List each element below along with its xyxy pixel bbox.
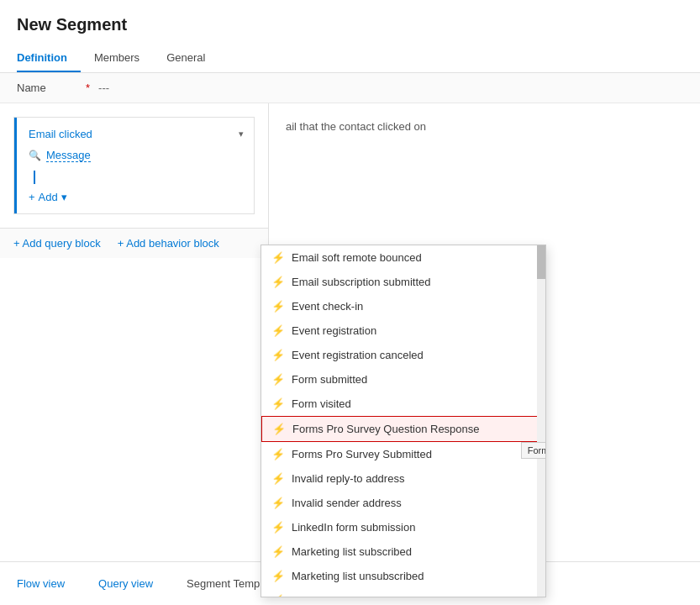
- tab-definition[interactable]: Definition: [17, 45, 81, 72]
- list-item[interactable]: ⚡ Marketing list subscribed: [261, 539, 545, 564]
- item-label: Event registration: [292, 324, 376, 337]
- bolt-icon: ⚡: [271, 397, 285, 410]
- list-item[interactable]: ⚡ Marketing list unsubscribed: [261, 564, 545, 588]
- bolt-icon: ⚡: [271, 570, 285, 582]
- name-value[interactable]: ---: [98, 82, 109, 94]
- dropdown-menu: ⚡ Email soft remote bounced ⚡ Email subs…: [261, 245, 546, 597]
- bolt-icon: ⚡: [271, 448, 285, 460]
- item-label: Email subscription submitted: [292, 276, 430, 288]
- required-indicator: *: [86, 82, 90, 94]
- page-title: New Segment: [17, 15, 683, 34]
- dropdown-list: ⚡ Email soft remote bounced ⚡ Email subs…: [261, 245, 545, 597]
- segment-block: Email clicked ▾ 🔍 Message + Add ▾: [13, 117, 255, 214]
- search-icon: 🔍: [29, 150, 41, 161]
- email-clicked-label[interactable]: Email clicked: [29, 128, 92, 140]
- bolt-icon: ⚡: [271, 276, 285, 288]
- item-label: Forms Pro Survey Question Response: [292, 423, 480, 435]
- list-item[interactable]: ⚡ Event registration canceled: [261, 343, 545, 367]
- add-query-block-button[interactable]: + Add query block: [13, 237, 101, 250]
- item-label: Email soft remote bounced: [292, 251, 422, 264]
- name-label: Name: [17, 82, 84, 94]
- bolt-icon: ⚡: [271, 251, 285, 264]
- tab-members[interactable]: Members: [94, 45, 153, 72]
- scrollbar-thumb[interactable]: [537, 245, 545, 279]
- item-label: Marketing list subscribed: [292, 545, 412, 558]
- add-label[interactable]: Add: [39, 191, 58, 203]
- bolt-icon: ⚡: [271, 349, 285, 361]
- item-label: Form visited: [292, 397, 351, 410]
- item-label: LinkedIn form submission: [292, 521, 415, 534]
- item-label: Out of email credits: [292, 594, 386, 597]
- item-label: Event registration canceled: [292, 349, 424, 361]
- add-behavior-block-button[interactable]: + Add behavior block: [118, 237, 219, 250]
- item-label: Invalid reply-to address: [292, 472, 404, 485]
- item-label: Forms Pro Survey Submitted: [292, 448, 432, 460]
- list-item[interactable]: ⚡ Email subscription submitted: [261, 270, 545, 294]
- scrollbar[interactable]: [537, 245, 545, 597]
- tab-bar: Definition Members General: [17, 45, 683, 72]
- right-panel-text: ail that the contact clicked on: [286, 120, 426, 133]
- list-item[interactable]: ⚡ Form visited: [261, 392, 545, 416]
- list-item[interactable]: ⚡ Out of email credits: [261, 588, 545, 597]
- bolt-icon: ⚡: [271, 472, 285, 485]
- forms-pro-survey-question-response-item[interactable]: ⚡ Forms Pro Survey Question Response: [261, 416, 545, 442]
- bolt-icon: ⚡: [271, 324, 285, 337]
- add-button-row[interactable]: + Add ▾: [29, 191, 244, 203]
- query-view-link[interactable]: Query view: [98, 577, 153, 590]
- item-label: Form submitted: [292, 373, 367, 386]
- item-label: Marketing list unsubscribed: [292, 570, 424, 582]
- bolt-icon: ⚡: [272, 423, 286, 435]
- list-item[interactable]: ⚡ Event registration: [261, 318, 545, 343]
- list-item[interactable]: ⚡ Event check-in: [261, 294, 545, 318]
- bolt-icon: ⚡: [271, 545, 285, 558]
- segment-panel: Email clicked ▾ 🔍 Message + Add ▾: [0, 103, 269, 574]
- bolt-icon: ⚡: [271, 594, 285, 597]
- list-item[interactable]: ⚡ Invalid sender address: [261, 491, 545, 515]
- list-item[interactable]: ⚡ Email soft remote bounced: [261, 245, 545, 270]
- list-item[interactable]: ⚡ Form submitted: [261, 367, 545, 392]
- item-label: Invalid sender address: [292, 497, 402, 509]
- tab-general[interactable]: General: [166, 45, 218, 72]
- message-link[interactable]: Message: [46, 149, 91, 162]
- bolt-icon: ⚡: [271, 373, 285, 386]
- list-item[interactable]: ⚡ Invalid reply-to address: [261, 466, 545, 491]
- name-row: Name * ---: [0, 73, 700, 103]
- flow-view-link[interactable]: Flow view: [17, 577, 65, 590]
- blue-bar: [34, 171, 35, 184]
- plus-icon: +: [29, 191, 35, 203]
- bolt-icon: ⚡: [271, 497, 285, 509]
- bolt-icon: ⚡: [271, 521, 285, 534]
- list-item[interactable]: ⚡ Forms Pro Survey Submitted Forms Pro S…: [261, 442, 545, 466]
- bolt-icon: ⚡: [271, 300, 285, 313]
- list-item[interactable]: ⚡ LinkedIn form submission: [261, 515, 545, 539]
- bottom-bar: + Add query block + Add behavior block: [0, 228, 268, 258]
- add-chevron-icon: ▾: [61, 191, 67, 203]
- item-label: Event check-in: [292, 300, 363, 313]
- chevron-down-icon[interactable]: ▾: [239, 129, 244, 139]
